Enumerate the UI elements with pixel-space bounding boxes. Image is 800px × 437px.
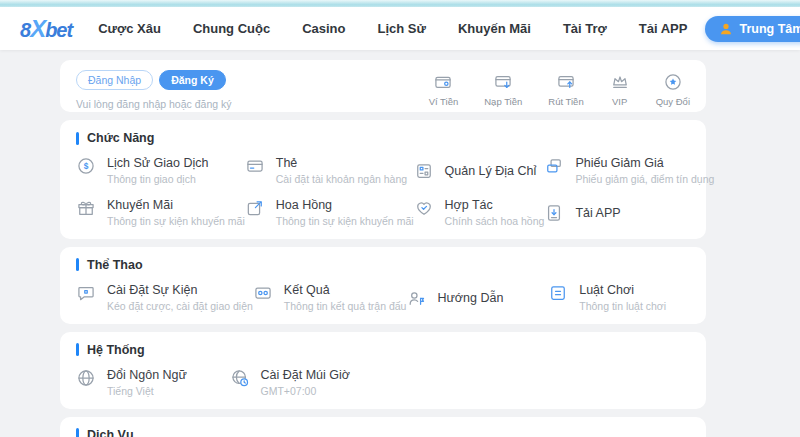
nav-item[interactable]: Cược Xâu — [98, 21, 161, 36]
dollar-circle-icon: $ — [76, 156, 96, 176]
quick-action-label: Quy Đổi — [656, 96, 690, 107]
member-center-label: Trung Tâm Thành Viên — [739, 22, 800, 36]
quick-action[interactable]: VIP — [610, 72, 630, 107]
exchange-icon — [663, 72, 683, 92]
member-center-button[interactable]: Trung Tâm Thành Viên — [705, 16, 800, 42]
globe-icon — [76, 368, 96, 388]
gift-icon — [76, 198, 96, 218]
scoreboard-icon — [253, 283, 273, 303]
address-book-icon — [414, 161, 434, 181]
menu-item-title: Cài Đặt Múi Giờ — [261, 368, 350, 382]
menu-item[interactable]: Kết Quả Thông tin kết quả trận đấu — [253, 283, 407, 313]
menu-item-title: Luật Chơi — [579, 283, 666, 297]
deposit-icon — [493, 72, 513, 92]
quick-action[interactable]: Rút Tiền — [548, 72, 583, 107]
nav-menu: Cược Xâu Chung Cuộc Casino Lịch Sử Khuyế… — [98, 21, 687, 36]
quick-action-label: Ví Tiền — [429, 96, 459, 107]
menu-item[interactable]: Tải APP — [544, 198, 714, 228]
section-card: Thể Thao Cài Đặt Sự Kiện Kéo đặt cược, c… — [60, 247, 706, 324]
menu-item-title: Phiếu Giảm Giá — [575, 156, 714, 170]
menu-item[interactable]: Phiếu Giảm Giá Phiếu giảm giá, điểm tín … — [544, 156, 714, 186]
section-title: Chức Năng — [87, 131, 154, 145]
section-grid: Đổi Ngôn Ngữ Tiếng Việt Cài Đặt Múi Giờ … — [76, 368, 690, 398]
nav-item[interactable]: Tải APP — [639, 21, 688, 36]
menu-item[interactable]: $ Lịch Sử Giao Dịch Thông tin giao dịch — [76, 156, 245, 186]
menu-item-title: Quản Lý Địa Chỉ — [445, 164, 537, 178]
section-card: Dịch Vụ — [60, 417, 706, 437]
account-login-button[interactable]: Đăng Nhập — [76, 70, 153, 90]
menu-item-subtitle: Thông tin sự kiện khuyến mãi — [276, 215, 414, 228]
menu-item-title: Kết Quả — [284, 283, 407, 297]
section-card: Hệ Thống Đổi Ngôn Ngữ Tiếng Việt Cài Đặt… — [60, 332, 706, 409]
menu-item[interactable]: Cài Đặt Múi Giờ GMT+07:00 — [230, 368, 384, 398]
handshake-heart-icon — [414, 198, 434, 218]
menu-item-text: Hoa Hồng Thông tin sự kiện khuyến mãi — [276, 198, 414, 228]
quick-action[interactable]: Nạp Tiền — [484, 72, 522, 107]
menu-item[interactable]: Luật Chơi Thông tin luật chơi — [548, 283, 690, 313]
section-card: Chức Năng $ Lịch Sử Giao Dịch Thông tin … — [60, 120, 706, 239]
menu-item-title: Hoa Hồng — [276, 198, 414, 212]
menu-item-text: Luật Chơi Thông tin luật chơi — [579, 283, 666, 313]
menu-item-text: Hướng Dẫn — [437, 291, 503, 305]
menu-item[interactable]: Khuyến Mãi Thông tin sự kiện khuyến mãi — [76, 198, 245, 228]
menu-item-text: Cài Đặt Sự Kiện Kéo đặt cược, cài đặt gi… — [107, 283, 253, 313]
menu-item-title: Thẻ — [276, 156, 407, 170]
menu-item-text: Khuyến Mãi Thông tin sự kiện khuyến mãi — [107, 198, 245, 228]
sections-root: Chức Năng $ Lịch Sử Giao Dịch Thông tin … — [60, 120, 800, 437]
nav-item[interactable]: Khuyến Mãi — [458, 21, 531, 36]
account-hint-text: Vui lòng đăng nhập hoặc đăng ký — [76, 98, 232, 110]
section-header: Hệ Thống — [76, 343, 690, 357]
nav-item[interactable]: Casino — [302, 21, 345, 36]
menu-item-subtitle: Phiếu giảm giá, điểm tín dụng — [575, 173, 714, 186]
menu-item[interactable]: Hoa Hồng Thông tin sự kiện khuyến mãi — [245, 198, 414, 228]
section-title: Hệ Thống — [87, 343, 145, 357]
site-logo[interactable]: 8Xbet — [20, 15, 72, 43]
menu-item-title: Tải APP — [575, 206, 620, 220]
menu-item-subtitle: Cài đặt tài khoản ngân hàng — [276, 173, 407, 186]
menu-item[interactable]: Cài Đặt Sự Kiện Kéo đặt cược, cài đặt gi… — [76, 283, 253, 313]
quick-action-label: Nạp Tiền — [484, 96, 522, 107]
menu-item-text: Đổi Ngôn Ngữ Tiếng Việt — [107, 368, 187, 398]
menu-item[interactable]: Hợp Tác Chính sách hoa hồng — [414, 198, 545, 228]
coupon-icon — [544, 156, 564, 176]
rulebook-icon — [548, 283, 568, 303]
menu-item[interactable]: Quản Lý Địa Chỉ — [414, 156, 545, 186]
nav-item[interactable]: Lịch Sử — [378, 21, 426, 36]
download-icon — [544, 203, 564, 223]
quick-action-label: Rút Tiền — [548, 96, 583, 107]
quick-action[interactable]: Quy Đổi — [656, 72, 690, 107]
section-title: Dịch Vụ — [87, 428, 134, 437]
quick-action-label: VIP — [612, 96, 627, 107]
menu-item-text: Kết Quả Thông tin kết quả trận đấu — [284, 283, 407, 313]
menu-item-text: Tải APP — [575, 206, 620, 220]
navbar: 8Xbet Cược Xâu Chung Cuộc Casino Lịch Sử… — [0, 7, 800, 50]
member-icon — [719, 22, 733, 36]
share-arrow-icon — [245, 198, 265, 218]
menu-item-title: Khuyến Mãi — [107, 198, 245, 212]
nav-item[interactable]: Chung Cuộc — [193, 21, 270, 36]
nav-item[interactable]: Tài Trợ — [563, 21, 607, 36]
menu-item-subtitle: Tiếng Việt — [107, 385, 187, 398]
menu-item[interactable]: Thẻ Cài đặt tài khoản ngân hàng — [245, 156, 414, 186]
menu-item-subtitle: Kéo đặt cược, cài đặt giao diện — [107, 300, 253, 313]
section-grid: $ Lịch Sử Giao Dịch Thông tin giao dịch … — [76, 156, 690, 228]
section-accent-bar — [76, 132, 79, 145]
section-header: Thể Thao — [76, 258, 690, 272]
quick-action[interactable]: Ví Tiền — [429, 72, 459, 107]
menu-item-subtitle: Thông tin luật chơi — [579, 300, 666, 313]
account-card: Đăng Nhập Đăng Ký Vui lòng đăng nhập hoặ… — [60, 60, 706, 112]
withdraw-icon — [556, 72, 576, 92]
menu-item[interactable]: Hướng Dẫn — [406, 283, 548, 313]
browser-top-strip — [0, 0, 800, 7]
menu-item[interactable]: Đổi Ngôn Ngữ Tiếng Việt — [76, 368, 230, 398]
menu-item-text: Phiếu Giảm Giá Phiếu giảm giá, điểm tín … — [575, 156, 714, 186]
account-register-button[interactable]: Đăng Ký — [159, 70, 226, 90]
menu-item-subtitle: GMT+07:00 — [261, 385, 350, 398]
menu-item-title: Hợp Tác — [445, 198, 545, 212]
section-title: Thể Thao — [87, 258, 143, 272]
menu-item-title: Lịch Sử Giao Dịch — [107, 156, 208, 170]
vip-crown-icon — [610, 72, 630, 92]
section-accent-bar — [76, 258, 79, 271]
menu-item-subtitle: Thông tin giao dịch — [107, 173, 208, 186]
menu-item-title: Đổi Ngôn Ngữ — [107, 368, 187, 382]
